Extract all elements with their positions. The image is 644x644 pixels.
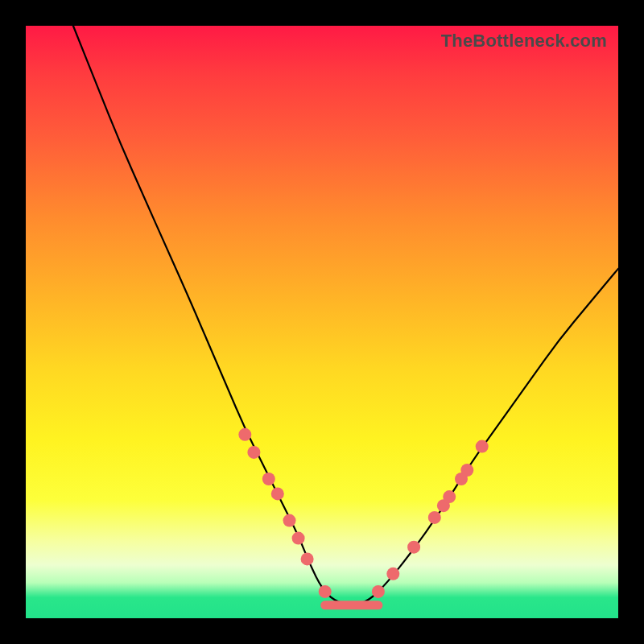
data-marker: [460, 464, 473, 477]
data-marker: [443, 490, 456, 503]
bottleneck-curve: [73, 26, 618, 605]
data-marker: [428, 511, 441, 524]
chart-plot-area: TheBottleneck.com: [26, 26, 618, 618]
data-marker: [271, 487, 284, 500]
data-marker: [262, 473, 275, 485]
data-marker: [476, 440, 489, 453]
chart-svg: [26, 26, 618, 618]
data-marker: [372, 585, 385, 598]
data-marker: [386, 568, 399, 580]
data-marker: [301, 552, 314, 565]
chart-frame: TheBottleneck.com: [0, 0, 644, 644]
data-marker: [238, 428, 251, 441]
data-marker: [319, 585, 332, 598]
data-marker: [283, 514, 296, 527]
data-marker: [292, 532, 305, 545]
marker-group: [238, 428, 488, 598]
data-marker: [407, 541, 420, 554]
data-marker: [247, 446, 260, 459]
